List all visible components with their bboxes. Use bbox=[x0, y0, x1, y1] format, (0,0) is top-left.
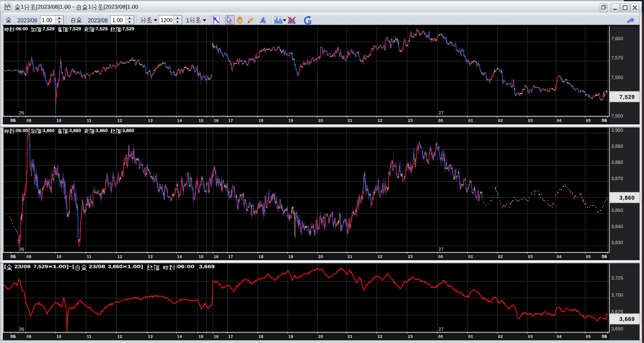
svg-text:18: 18 bbox=[259, 334, 263, 339]
svg-text:7,550: 7,550 bbox=[611, 75, 623, 80]
svg-text:23/08: 23/08 bbox=[89, 264, 105, 269]
svg-text:×: × bbox=[48, 264, 53, 269]
svg-text:[: [ bbox=[72, 264, 75, 269]
svg-text:01: 01 bbox=[468, 118, 473, 123]
svg-text:14: 14 bbox=[177, 254, 182, 259]
svg-text:06: 06 bbox=[10, 254, 16, 259]
svg-text:7,529: 7,529 bbox=[33, 264, 48, 269]
svg-text:27: 27 bbox=[438, 111, 444, 116]
svg-text:12: 12 bbox=[117, 334, 122, 339]
svg-text:00: 00 bbox=[438, 254, 443, 259]
svg-text:00: 00 bbox=[438, 334, 443, 339]
svg-text:23: 23 bbox=[408, 334, 413, 339]
svg-text:7,529: 7,529 bbox=[96, 27, 108, 32]
svg-text:[2023/08]1.00: [2023/08]1.00 bbox=[36, 4, 71, 10]
svg-text:-: - bbox=[72, 4, 75, 10]
svg-text:7,529: 7,529 bbox=[43, 27, 55, 32]
svg-text:18: 18 bbox=[259, 254, 263, 259]
svg-text:7,600: 7,600 bbox=[611, 36, 623, 41]
svg-text:17: 17 bbox=[228, 334, 233, 339]
svg-text:02: 02 bbox=[498, 334, 503, 339]
svg-text:20: 20 bbox=[318, 254, 323, 259]
svg-text:3,850: 3,850 bbox=[611, 208, 623, 213]
svg-text:14: 14 bbox=[177, 334, 182, 339]
svg-text:3,650: 3,650 bbox=[611, 326, 623, 332]
svg-text:01: 01 bbox=[468, 254, 473, 259]
svg-text:04: 04 bbox=[557, 254, 562, 259]
svg-text:06:00: 06:00 bbox=[16, 128, 28, 133]
svg-text:1.00: 1.00 bbox=[42, 17, 52, 23]
svg-text:23: 23 bbox=[408, 118, 413, 123]
svg-text:1: 1 bbox=[21, 4, 24, 10]
svg-text:15: 15 bbox=[199, 118, 203, 123]
svg-text:17: 17 bbox=[228, 254, 233, 259]
svg-text:09: 09 bbox=[27, 334, 31, 339]
svg-text:04: 04 bbox=[557, 334, 562, 339]
svg-text:3,830: 3,830 bbox=[611, 240, 623, 245]
svg-text:03: 03 bbox=[528, 118, 533, 123]
svg-text:16: 16 bbox=[214, 334, 218, 339]
svg-text:15: 15 bbox=[199, 334, 203, 339]
svg-text:21: 21 bbox=[348, 254, 352, 259]
svg-text:09: 09 bbox=[27, 254, 31, 259]
svg-text:1: 1 bbox=[186, 17, 189, 24]
svg-text:23/08: 23/08 bbox=[14, 264, 31, 269]
svg-text:×: × bbox=[122, 264, 127, 269]
svg-text:R: R bbox=[308, 19, 311, 24]
svg-text:1200: 1200 bbox=[161, 17, 173, 23]
svg-text:3,725: 3,725 bbox=[611, 275, 623, 281]
svg-text:10: 10 bbox=[57, 254, 61, 259]
svg-text:26: 26 bbox=[19, 247, 24, 252]
svg-text:1: 1 bbox=[88, 4, 91, 10]
svg-text:09: 09 bbox=[27, 118, 31, 123]
svg-text:16: 16 bbox=[214, 254, 218, 259]
svg-text:18: 18 bbox=[259, 118, 263, 123]
svg-text:06: 06 bbox=[10, 334, 16, 339]
svg-text:06: 06 bbox=[602, 254, 607, 259]
svg-text:27: 27 bbox=[438, 247, 444, 252]
svg-text:19: 19 bbox=[289, 118, 293, 123]
svg-text:3,880: 3,880 bbox=[611, 160, 623, 165]
svg-text:23: 23 bbox=[408, 254, 413, 259]
svg-text:05: 05 bbox=[586, 118, 591, 123]
svg-text:06:00: 06:00 bbox=[16, 27, 28, 32]
svg-text:11: 11 bbox=[87, 334, 92, 339]
svg-text:12: 12 bbox=[117, 118, 122, 123]
svg-text:03: 03 bbox=[528, 254, 533, 259]
svg-text:3,860: 3,860 bbox=[69, 128, 81, 133]
svg-text:20: 20 bbox=[318, 334, 323, 339]
svg-text:19: 19 bbox=[289, 334, 293, 339]
svg-text:19: 19 bbox=[289, 254, 293, 259]
svg-text:26: 26 bbox=[19, 327, 24, 332]
svg-text:20: 20 bbox=[318, 118, 323, 123]
svg-text:10: 10 bbox=[57, 334, 61, 339]
svg-text:05: 05 bbox=[586, 334, 591, 339]
svg-text:2023/08: 2023/08 bbox=[88, 17, 108, 24]
svg-text:00: 00 bbox=[438, 118, 443, 123]
svg-text:3,860: 3,860 bbox=[96, 128, 108, 133]
svg-text:3,890: 3,890 bbox=[611, 144, 623, 149]
svg-text:[: [ bbox=[4, 264, 6, 269]
svg-text:06:00: 06:00 bbox=[177, 264, 194, 269]
svg-text:2023/08: 2023/08 bbox=[17, 17, 37, 24]
svg-text:7,529: 7,529 bbox=[122, 27, 134, 32]
svg-text:3,860: 3,860 bbox=[122, 128, 134, 133]
svg-text:06: 06 bbox=[10, 118, 16, 123]
svg-text:3,860: 3,860 bbox=[619, 195, 635, 201]
svg-text:7,529: 7,529 bbox=[69, 27, 81, 32]
svg-text:14: 14 bbox=[177, 118, 182, 123]
svg-text:[2023/08]1.00: [2023/08]1.00 bbox=[104, 4, 138, 10]
svg-text:1.00]: 1.00] bbox=[127, 264, 143, 269]
svg-text:13: 13 bbox=[148, 334, 153, 339]
svg-text:02: 02 bbox=[498, 118, 503, 123]
svg-text:27: 27 bbox=[438, 327, 444, 332]
svg-text:7,500: 7,500 bbox=[611, 113, 623, 119]
svg-text:11: 11 bbox=[87, 118, 92, 123]
svg-text:06: 06 bbox=[602, 118, 607, 123]
svg-text:3,900: 3,900 bbox=[611, 128, 623, 133]
svg-text:21: 21 bbox=[348, 334, 352, 339]
svg-text:3,840: 3,840 bbox=[611, 224, 623, 229]
svg-text:04: 04 bbox=[557, 118, 562, 123]
svg-text:02: 02 bbox=[498, 254, 503, 259]
svg-text:13: 13 bbox=[148, 118, 153, 123]
